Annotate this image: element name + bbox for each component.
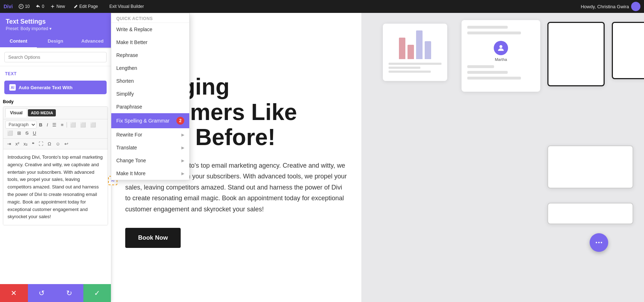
panel-preset[interactable]: Preset: Body imported [6,26,105,31]
book-now-button[interactable]: Book Now [125,228,181,248]
translate-arrow-icon: ▶ [181,145,184,150]
align-center-button[interactable]: ⬜ [78,121,88,129]
fix-spelling-badge: 2 [176,117,184,125]
replies-count: 0 [42,4,44,9]
editor-area: Body Visual ADD MEDIA Paragraph B I ☰ ≡ … [0,96,111,284]
menu-item-make-it-more[interactable]: Make It More ▶ [111,167,189,180]
visual-tab[interactable]: Visual [5,108,27,118]
dots-icon [595,238,603,247]
exit-visual-builder-button[interactable]: Exit Visual Builder [107,3,147,10]
toolbar-row-1: Visual ADD MEDIA [3,107,108,119]
menu-item-fix-spelling[interactable]: Fix Spelling & Grammar 2 [111,113,189,128]
tab-advanced[interactable]: Advanced [74,35,111,48]
menu-item-label: Shorten [116,78,134,84]
emoji-button[interactable]: ☺ [54,140,62,148]
profile-name-label: Martha [495,57,507,62]
user-avatar [631,2,640,11]
bar-line-2 [389,67,420,69]
confirm-button[interactable]: ✓ [83,284,111,302]
bar-1 [399,38,405,59]
editor-body-text: Introducing Divi, Toronto's top email ma… [8,154,103,219]
menu-item-label: Make It Better [116,39,147,45]
fab-button[interactable] [590,233,608,252]
admin-bar-replies[interactable]: 0 [35,4,44,9]
menu-item-rephrase[interactable]: Rephrase [111,49,189,62]
svg-point-4 [601,242,602,243]
deco-line-1 [467,26,508,29]
tab-content[interactable]: Content [0,35,37,48]
menu-item-simplify[interactable]: Simplify [111,87,189,100]
auto-gen-label: Auto Generate Text With [19,85,73,90]
deco-card-chart [383,24,447,81]
panel-title: Text Settings [6,18,105,25]
auto-generate-button[interactable]: AI Auto Generate Text With [4,81,107,94]
align-justify-button[interactable]: ⬜ [5,129,15,137]
align-right-button[interactable]: ⬜ [88,121,98,129]
redo-button[interactable]: ↻ [55,284,83,302]
admin-bar: Divi 10 0 New Edit Page Exit Visual Buil… [0,0,644,13]
superscript-button[interactable]: x² [14,140,21,148]
deco-area: Martha [361,13,644,302]
align-left-button[interactable]: ⬜ [68,121,78,129]
new-label: New [57,4,65,9]
menu-item-make-better[interactable]: Make It Better [111,36,189,49]
table-button[interactable]: ⊞ [15,129,23,137]
menu-item-label: Change Tone [116,158,146,163]
action-bar: ✕ ↺ ↻ ✓ [0,284,111,302]
change-tone-arrow-icon: ▶ [181,158,184,163]
menu-item-write-replace[interactable]: Write & Replace [111,23,189,36]
menu-item-label: Make It More [116,171,146,176]
menu-item-paraphrase[interactable]: Paraphrase [111,100,189,113]
profile-section: Martha [467,41,535,62]
menu-item-label: Write & Replace [116,27,152,32]
text-section-label: Text [0,66,111,78]
bar-2 [408,45,414,59]
cancel-button[interactable]: ✕ [0,284,28,302]
fullscreen-button[interactable]: ⛶ [37,140,45,148]
italic-button[interactable]: I [45,121,50,129]
admin-bar-new[interactable]: New [50,4,65,9]
main-layout: Text Settings Preset: Body imported Cont… [0,0,644,302]
profile-avatar [494,41,508,55]
menu-item-translate[interactable]: Translate ▶ [111,141,189,154]
menu-item-shorten[interactable]: Shorten [111,75,189,87]
user-greeting: Howdy, Christina Gwira [581,4,629,9]
tab-design[interactable]: Design [37,35,74,48]
indent-button[interactable]: ⇥ [5,140,13,148]
admin-bar-comments[interactable]: 10 [19,4,30,9]
deco-card-box-3 [547,22,605,86]
edit-page-label: Edit Page [79,4,98,9]
bar-line-3 [389,71,431,73]
menu-item-label: Lengthen [116,65,137,71]
ol-button[interactable]: ≡ [59,121,65,129]
search-options [0,48,111,66]
ul-button[interactable]: ☰ [50,121,58,129]
add-media-button[interactable]: ADD MEDIA [28,109,56,116]
strikethrough-button[interactable]: S [24,129,30,137]
subscript-button[interactable]: x₂ [22,140,30,148]
bold-button[interactable]: B [37,121,44,129]
menu-item-rewrite-for[interactable]: Rewrite For ▶ [111,128,189,141]
menu-item-lengthen[interactable]: Lengthen [111,62,189,75]
ai-icon: AI [9,84,16,91]
special-char-button[interactable]: Ω [46,140,53,148]
search-input[interactable] [4,52,107,62]
svg-point-2 [596,242,597,243]
deco-card-box-6 [547,203,633,224]
undo-editor-button[interactable]: ↩ [63,140,70,148]
plus-icon [50,4,55,9]
menu-item-label: Translate [116,145,137,150]
editor-body[interactable]: Introducing Divi, Toronto's top email ma… [3,149,108,225]
blockquote-button[interactable]: ❝ [30,140,36,148]
deco-card-box-5 [547,145,633,188]
divi-logo[interactable]: Divi [4,4,13,9]
body-label: Body [3,99,108,104]
undo-button[interactable]: ↺ [28,284,56,302]
menu-item-label: Fix Spelling & Grammar [116,118,170,124]
deco-line-4 [467,71,508,74]
format-select[interactable]: Paragraph [5,121,36,129]
menu-item-change-tone[interactable]: Change Tone ▶ [111,154,189,167]
deco-card-box-4 [612,22,644,79]
underline-button[interactable]: U [31,129,38,137]
edit-page-button[interactable]: Edit Page [71,3,101,10]
